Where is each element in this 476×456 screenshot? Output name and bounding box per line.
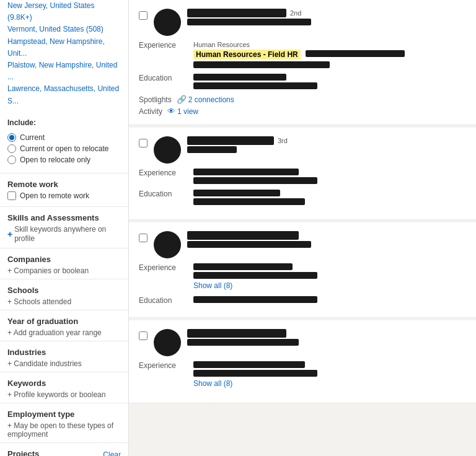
companies-link[interactable]: + Companies or boolean [7,266,121,275]
experience-values-4: Show all (8) [193,361,466,390]
employment-section: Employment type + May be open to these t… [0,403,128,443]
spotlights-row-1: Spotlights 🔗 2 connections [139,95,466,104]
location-item[interactable]: Hampstead, New Hampshire, Unit... [7,36,121,59]
candidate-card-4: Experience Show all (8) [129,320,476,403]
activity-link-1[interactable]: 👁 1 view [167,107,198,116]
include-radio-group: Current Current or open to relocate Open… [7,131,121,169]
exp-bar-2a [193,169,299,175]
spotlights-link-text-1: 2 connections [188,95,234,104]
remote-work-title: Remote work [7,180,121,189]
degree-badge-1: 2nd [290,9,301,17]
candidates-list: 2nd Experience Human Resources Human Res… [129,0,476,456]
name-row-3 [187,231,466,240]
include-open[interactable]: Current or open to relocate [7,144,121,153]
name-bar-3 [187,231,299,240]
employment-title: Employment type [7,410,121,419]
experience-label-4: Experience [139,361,188,370]
experience-row-1: Experience Human Resources Human Resourc… [139,41,466,70]
location-item[interactable]: Lawrence, Massachusetts, United S... [7,83,121,107]
degree-badge-2: 3rd [278,137,288,144]
keywords-section: Keywords + Profile keywords or boolean [0,372,128,403]
exp-bar-1b [193,61,330,68]
include-relocate-label: Open to relocate only [20,156,90,164]
remote-work-checkbox[interactable] [7,191,16,200]
graduation-link[interactable]: + Add graduation year range [7,328,121,337]
graduation-section: Year of graduation + Add graduation year… [0,310,128,341]
exp-bar-2b [193,177,317,184]
employment-link-text: + May be open to these types of employme… [7,421,121,439]
exp-bar-4a [193,361,305,368]
include-relocate[interactable]: Open to relocate only [7,156,121,164]
include-relocate-radio[interactable] [7,156,16,164]
location-item[interactable]: New Jersey, United States (9.8K+) [7,0,121,24]
companies-link-text: + Companies or boolean [7,266,89,275]
include-open-radio[interactable] [7,144,16,153]
highlight-tag-1: Human Resources - Field HR [193,50,301,59]
spotlights-label-1: Spotlights [139,95,172,104]
name-row-1: 2nd [187,9,466,17]
avatar-1 [154,9,181,36]
title-bar-3 [187,241,311,248]
edu-bar-1a [193,74,286,81]
schools-section: Schools + Schools attended [0,279,128,310]
location-list: New Jersey, United States (9.8K+) Vermon… [0,0,128,112]
include-current[interactable]: Current [7,133,121,142]
candidate-1-checkbox[interactable] [139,11,148,20]
edu-bar-2b [193,198,305,205]
name-row-4 [187,329,466,338]
schools-title: Schools [7,286,121,295]
include-current-label: Current [20,133,45,142]
schools-link[interactable]: + Schools attended [7,297,121,306]
projects-clear-button[interactable]: Clear [103,450,121,456]
card-header-3 [139,231,466,258]
projects-title: Projects [7,449,39,456]
edu-bar-2a [193,190,280,196]
education-label-1: Education [139,74,188,82]
experience-row-3: Experience Show all (8) [139,263,466,292]
edu-bar-3a [193,296,317,303]
location-item[interactable]: Plaistow, New Hampshire, United ... [7,59,121,83]
sidebar: New Jersey, United States (9.8K+) Vermon… [0,0,129,456]
activity-row-1: Activity 👁 1 view [139,107,466,116]
title-bar-2 [187,146,237,153]
skills-link[interactable]: + Skill keywords anywhere onprofile [7,225,121,244]
checkbox-col-1 [139,9,148,22]
industries-link[interactable]: + Candidate industries [7,359,121,368]
exp-bar-3a [193,263,293,270]
exp-bar-4b [193,370,317,377]
remote-work-label: Open to remote work [20,191,89,200]
skills-section: Skills and Assessments + Skill keywords … [0,207,128,248]
candidate-3-checkbox[interactable] [139,234,148,242]
education-row-1: Education [139,74,466,91]
candidate-card-2: 3rd Experience Education [129,128,476,220]
candidate-4-checkbox[interactable] [139,331,148,340]
schools-link-text: + Schools attended [7,297,71,306]
highlight-bold-1: HR [287,50,298,59]
education-values-3 [193,296,466,305]
card-header-2: 3rd [139,136,466,164]
show-all-exp-4[interactable]: Show all (8) [193,379,232,388]
remote-work-checkbox-label[interactable]: Open to remote work [7,191,121,200]
education-label-3: Education [139,296,188,305]
avatar-2 [154,136,181,164]
skills-title: Skills and Assessments [7,213,121,222]
education-values-1 [193,74,466,91]
title-bar-4 [187,339,299,346]
exp-bar-3b [193,272,317,279]
checkbox-col-3 [139,231,148,244]
keywords-link[interactable]: + Profile keywords or boolean [7,390,121,399]
avatar-4 [154,329,181,356]
candidate-info-3 [187,231,466,250]
include-current-radio[interactable] [7,133,16,142]
card-header-4 [139,329,466,356]
location-item[interactable]: Vermont, United States (508) [7,24,121,35]
spotlights-link-1[interactable]: 🔗 2 connections [177,95,234,104]
candidate-2-checkbox[interactable] [139,139,148,147]
show-all-exp-3[interactable]: Show all (8) [193,281,232,290]
name-bar-2 [187,136,274,145]
hr-category-1: Human Resources [193,41,466,48]
highlight-text-1: Human Resources - Field [196,50,287,59]
skills-plus-icon: + [7,229,12,239]
employment-link[interactable]: + May be open to these types of employme… [7,421,121,439]
name-bar-1 [187,9,286,17]
